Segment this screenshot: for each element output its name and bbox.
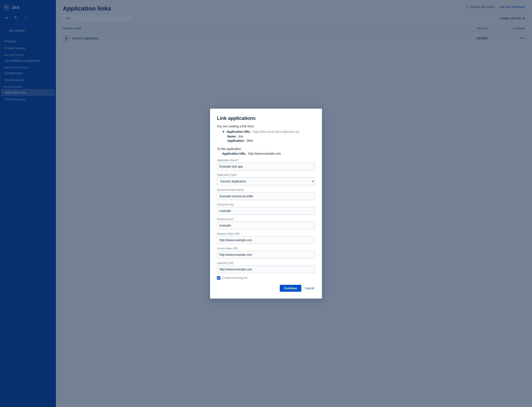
- link-applications-modal: Link applications You are creating a lin…: [210, 109, 322, 298]
- shared-secret-field-group: Shared secret: [217, 218, 315, 229]
- modal-from-name-row: Name: Jira: [222, 135, 315, 138]
- app-type-select[interactable]: Generic Application JIRA Confluence Bamb…: [217, 177, 315, 185]
- authorize-url-label: Authorize URL: [217, 262, 315, 265]
- shared-secret-label: Shared secret: [217, 218, 315, 221]
- access-token-url-label: Access token URL: [217, 247, 315, 250]
- consumer-key-label: Consumer key: [217, 203, 315, 206]
- modal-from-application-row: Application: JIRA: [222, 139, 315, 142]
- to-url-label: Application URL:: [222, 152, 247, 155]
- modal-intro-text: You are creating a link from:: [217, 125, 315, 128]
- request-token-url-label: Request Token URL: [217, 232, 315, 235]
- app-name-input[interactable]: [217, 163, 315, 170]
- modal-to-block: Application URL: http://www.example.com: [217, 152, 315, 155]
- incoming-link-checkbox[interactable]: [217, 276, 220, 280]
- access-token-url-input[interactable]: [217, 251, 315, 258]
- continue-button[interactable]: Continue: [280, 285, 302, 292]
- consumer-key-input[interactable]: [217, 207, 315, 215]
- request-token-url-input[interactable]: [217, 236, 315, 244]
- modal-footer: Continue Cancel: [217, 285, 315, 292]
- from-application-value: JIRA: [246, 139, 253, 142]
- shared-secret-input[interactable]: [217, 222, 315, 229]
- service-provider-label: Service Provider Name: [217, 188, 315, 191]
- app-name-field-group: Application Name*: [217, 159, 315, 170]
- service-provider-field-group: Service Provider Name: [217, 188, 315, 200]
- app-type-label: Application Type*: [217, 173, 315, 176]
- authorize-url-input[interactable]: [217, 266, 315, 273]
- incoming-link-checkbox-row: Create incoming link: [217, 276, 315, 280]
- consumer-key-field-group: Consumer key: [217, 203, 315, 215]
- from-url-label: Application URL:: [227, 130, 251, 133]
- authorize-url-field-group: Authorize URL: [217, 262, 315, 273]
- modal-from-url-row: ✦ Application URL: https://jira-cloud-do…: [222, 130, 315, 134]
- service-provider-input[interactable]: [217, 192, 315, 200]
- app-type-field-group: Application Type* Generic Application JI…: [217, 173, 315, 185]
- app-name-label: Application Name*: [217, 159, 315, 162]
- modal-overlay: Link applications You are creating a lin…: [0, 0, 532, 407]
- access-token-url-field-group: Access token URL: [217, 247, 315, 258]
- incoming-link-label[interactable]: Create incoming link: [222, 276, 247, 279]
- to-url-value: http://www.example.com: [248, 152, 281, 155]
- modal-to-intro-text: To this application:: [217, 147, 315, 151]
- from-name-label: Name:: [227, 135, 237, 138]
- request-token-url-field-group: Request Token URL: [217, 232, 315, 244]
- from-url-value: https://jira-cloud-docs.atlassian.net: [253, 130, 299, 133]
- cancel-button[interactable]: Cancel: [304, 285, 315, 292]
- from-application-label: Application:: [227, 139, 245, 142]
- from-name-value: Jira: [238, 135, 243, 138]
- from-app-icon: ✦: [222, 130, 225, 134]
- modal-from-block: ✦ Application URL: https://jira-cloud-do…: [217, 129, 315, 144]
- modal-title: Link applications: [217, 116, 315, 121]
- modal-to-url-row: Application URL: http://www.example.com: [222, 152, 315, 155]
